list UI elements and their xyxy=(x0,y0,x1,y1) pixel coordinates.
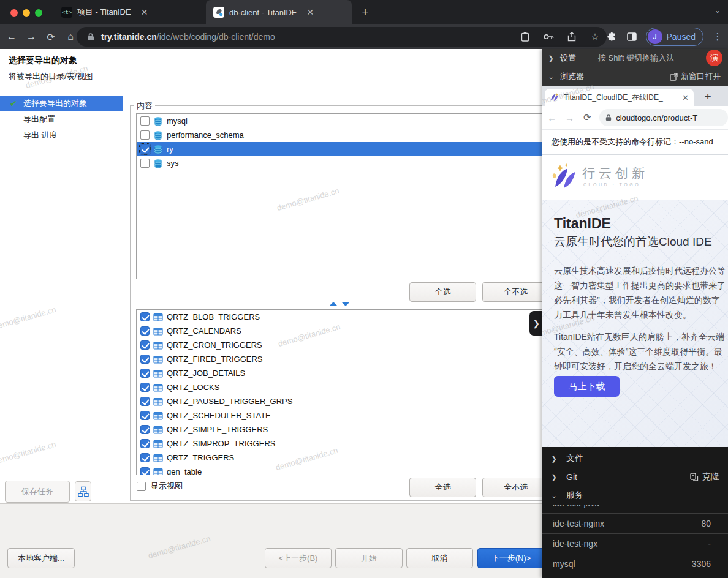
item-checkbox[interactable] xyxy=(140,439,150,448)
chevron-down-icon[interactable]: ⌄ xyxy=(715,6,721,15)
show-views-row[interactable]: 显示视图 xyxy=(137,481,183,492)
tab-db-client[interactable]: db-client - TitanIDE ✕ xyxy=(206,0,352,24)
select-all-databases-button[interactable]: 全选 xyxy=(409,282,476,302)
list-item[interactable]: QRTZ_JOB_DETAILS xyxy=(137,366,582,380)
browser-tab-bar: <t> 项目 - TitanIDE ✕ db-client - TitanIDE… xyxy=(0,0,728,24)
new-tab-button[interactable]: + xyxy=(358,5,373,20)
splitter[interactable] xyxy=(329,302,350,306)
extensions-icon[interactable] xyxy=(607,31,618,42)
forward-icon[interactable]: → xyxy=(563,113,577,123)
panel-expand-handle[interactable]: ❯ xyxy=(529,311,543,336)
list-item[interactable]: mysql xyxy=(137,114,582,128)
clone-button[interactable]: 克隆 xyxy=(690,471,719,482)
service-row[interactable]: ide-test-ngx- xyxy=(542,534,728,554)
list-item[interactable]: sys xyxy=(137,156,582,170)
share-icon[interactable] xyxy=(566,31,577,42)
download-button[interactable]: 马上下载 xyxy=(554,376,620,397)
window-minimize-button[interactable] xyxy=(23,9,30,17)
table-list[interactable]: QRTZ_BLOB_TRIGGERSQRTZ_CALENDARSQRTZ_CRO… xyxy=(136,309,582,475)
item-checkbox[interactable] xyxy=(140,369,150,378)
chevron-down-icon: ⌄ xyxy=(542,492,566,500)
bookmark-star-icon[interactable]: ☆ xyxy=(590,31,601,42)
show-views-checkbox[interactable] xyxy=(137,482,146,491)
list-item[interactable]: performance_schema xyxy=(137,128,582,142)
list-item[interactable]: ry xyxy=(137,142,582,156)
address-bar[interactable]: try.titanide.cn/ide/web/coding/db-client… xyxy=(77,27,607,47)
list-item[interactable]: gen_table xyxy=(137,465,582,475)
window-zoom-button[interactable] xyxy=(35,9,42,17)
select-all-tables-button[interactable]: 全选 xyxy=(409,478,476,497)
list-item[interactable]: QRTZ_FIRED_TRIGGERS xyxy=(137,352,582,366)
browser-section-header[interactable]: ⌄ 浏览器 新窗口打开 xyxy=(542,67,728,86)
wizard-step[interactable]: 导出 进度 xyxy=(0,127,123,143)
next-step-button[interactable]: 下一步(N)> xyxy=(477,548,545,568)
wizard-step[interactable]: 导出配置 xyxy=(0,111,123,127)
collapse-up-icon[interactable] xyxy=(329,302,338,306)
open-in-new-icon xyxy=(670,73,678,81)
cancel-button[interactable]: 取消 xyxy=(406,548,473,568)
list-item[interactable]: QRTZ_SIMPROP_TRIGGERS xyxy=(137,437,582,451)
previous-step-button[interactable]: <上一步(B) xyxy=(265,548,332,568)
list-item[interactable]: QRTZ_SCHEDULER_STATE xyxy=(137,408,582,422)
window-close-button[interactable] xyxy=(10,9,18,17)
profile-paused-button[interactable]: J Paused xyxy=(646,28,703,46)
url-host: try.titanide.cn xyxy=(101,32,157,42)
git-section-header[interactable]: ❯ Git 克隆 xyxy=(542,468,728,486)
item-checkbox[interactable] xyxy=(140,425,150,434)
list-item[interactable]: QRTZ_LOCKS xyxy=(137,380,582,394)
service-row[interactable]: ide-test-nginx80 xyxy=(542,514,728,534)
close-icon[interactable]: ✕ xyxy=(307,7,314,17)
inner-browser-tab[interactable]: TitanIDE_CloudIDE_在线IDE_ ✕ xyxy=(545,89,694,106)
inner-address-bar[interactable]: cloudtogo.cn/product-T xyxy=(599,109,728,126)
close-icon[interactable]: ✕ xyxy=(141,7,148,17)
forward-button[interactable]: → xyxy=(23,29,39,45)
more-menu-icon[interactable]: ⋮ xyxy=(712,31,723,42)
item-checkbox[interactable] xyxy=(140,116,150,126)
select-none-tables-button[interactable]: 全不选 xyxy=(482,478,549,497)
tab-project[interactable]: <t> 项目 - TitanIDE ✕ xyxy=(54,0,205,24)
database-list[interactable]: mysqlperformance_schemarysys xyxy=(136,113,582,279)
service-row[interactable]: mysql3306 xyxy=(542,554,728,574)
reload-button[interactable]: ⟳ xyxy=(43,29,59,45)
item-checkbox[interactable] xyxy=(140,355,150,364)
item-checkbox[interactable] xyxy=(140,130,150,140)
side-panel-icon[interactable] xyxy=(626,31,637,42)
list-item[interactable]: QRTZ_BLOB_TRIGGERS xyxy=(137,310,582,324)
select-none-databases-button[interactable]: 全不选 xyxy=(482,282,549,302)
schedule-button[interactable] xyxy=(75,481,91,501)
hero-text-line: 力工具几十年未曾发生根本性改变。 xyxy=(554,307,728,322)
item-checkbox[interactable] xyxy=(140,411,150,420)
list-item[interactable]: QRTZ_PAUSED_TRIGGER_GRPS xyxy=(137,394,582,408)
list-item[interactable]: QRTZ_SIMPLE_TRIGGERS xyxy=(137,422,582,437)
content-groupbox-label: 内容 xyxy=(134,100,155,111)
back-button[interactable]: ← xyxy=(4,29,20,45)
start-button[interactable]: 开始 xyxy=(335,548,403,568)
item-checkbox[interactable] xyxy=(140,159,150,168)
item-checkbox[interactable] xyxy=(140,312,150,321)
close-icon[interactable]: ✕ xyxy=(682,93,689,102)
item-checkbox[interactable] xyxy=(140,397,150,406)
save-task-button[interactable]: 保存任务 xyxy=(5,481,70,503)
list-item[interactable]: QRTZ_CALENDARS xyxy=(137,324,582,338)
list-item[interactable]: QRTZ_CRON_TRIGGERS xyxy=(137,338,582,352)
url-path: /ide/web/coding/db-client/demo xyxy=(157,32,275,42)
item-checkbox[interactable] xyxy=(140,453,150,462)
settings-section-header[interactable]: ❯ 设置 按 Shift 键切换输入法 xyxy=(542,49,728,67)
local-client-button[interactable]: 本地客户端... xyxy=(7,548,75,568)
item-checkbox[interactable] xyxy=(140,326,150,336)
collapse-down-icon[interactable] xyxy=(341,302,350,306)
key-icon[interactable] xyxy=(543,31,554,42)
wizard-step[interactable]: ✔选择要导出的对象 xyxy=(0,96,123,111)
reload-icon[interactable]: ⟳ xyxy=(580,112,594,123)
inner-new-tab-button[interactable]: + xyxy=(700,89,716,105)
item-checkbox[interactable] xyxy=(140,144,150,154)
services-section-header[interactable]: ⌄ 服务 xyxy=(542,486,728,505)
item-checkbox[interactable] xyxy=(140,340,150,350)
item-checkbox[interactable] xyxy=(140,467,150,475)
clipboard-icon[interactable] xyxy=(520,31,531,42)
open-new-window-button[interactable]: 新窗口打开 xyxy=(670,71,721,82)
item-checkbox[interactable] xyxy=(140,383,150,392)
back-icon[interactable]: ← xyxy=(545,113,559,123)
list-item[interactable]: QRTZ_TRIGGERS xyxy=(137,451,582,465)
files-section-header[interactable]: ❯ 文件 xyxy=(542,449,728,468)
